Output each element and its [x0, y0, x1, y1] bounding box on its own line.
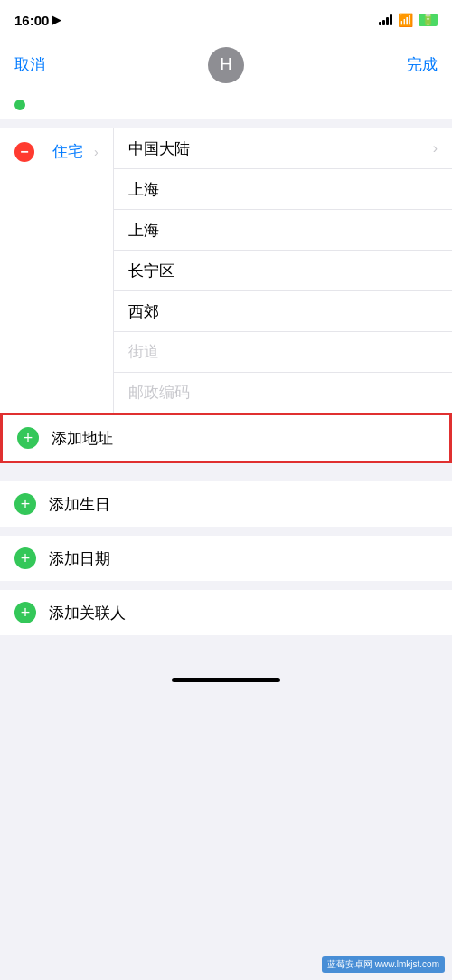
status-bar: 16:00 ▶ 📶 🔋: [0, 0, 452, 40]
street-detail-input[interactable]: [128, 343, 438, 361]
district-row: document.querySelector('[data-name="dist…: [114, 251, 452, 291]
street-placeholder-row: [114, 332, 452, 373]
add-birthday-label: 添加生日: [49, 494, 110, 515]
district-input[interactable]: [128, 262, 438, 280]
green-dot-indicator: [14, 100, 25, 110]
remove-address-button[interactable]: −: [14, 142, 34, 162]
city1-row: document.querySelector('[data-name="city…: [114, 169, 452, 210]
wifi-icon: 📶: [398, 13, 413, 27]
add-date-label: 添加日期: [49, 548, 110, 569]
address-label-column: − 住宅 ›: [0, 128, 114, 413]
section-gap-3: [0, 527, 452, 536]
section-gap-1: [0, 119, 452, 128]
city1-input[interactable]: [128, 180, 438, 198]
add-date-row[interactable]: + 添加日期: [0, 536, 452, 581]
address-label-chevron: ›: [94, 145, 99, 159]
country-input[interactable]: [128, 139, 429, 157]
top-partial-row: [0, 90, 452, 119]
country-row: › document.querySelector('[data-name="co…: [114, 128, 452, 169]
bottom-safe-area: [0, 635, 452, 690]
add-contact-row[interactable]: + 添加关联人: [0, 590, 452, 635]
address-fields: › document.querySelector('[data-name="co…: [114, 128, 452, 413]
add-address-icon: +: [17, 427, 39, 449]
city2-input[interactable]: [128, 221, 438, 239]
address-block: − 住宅 › › document.querySelector('[data-n…: [0, 128, 452, 413]
nav-bar: 取消 H 完成: [0, 40, 452, 90]
add-address-row[interactable]: + 添加地址: [3, 415, 449, 461]
home-indicator: [172, 678, 280, 682]
battery-icon: 🔋: [419, 14, 438, 26]
address-label[interactable]: 住宅: [52, 141, 83, 162]
street-input[interactable]: [128, 302, 438, 320]
add-contact-label: 添加关联人: [49, 603, 126, 623]
add-contact-icon: +: [14, 602, 36, 623]
add-birthday-section: + 添加生日: [0, 481, 452, 527]
street-row: document.querySelector('[data-name="stre…: [114, 291, 452, 332]
add-address-section-highlighted: + 添加地址: [0, 413, 452, 463]
section-gap-2: [0, 463, 452, 472]
cancel-button[interactable]: 取消: [14, 54, 45, 75]
done-button[interactable]: 完成: [407, 54, 438, 75]
postal-input[interactable]: [128, 384, 438, 402]
location-icon: ▶: [52, 14, 61, 26]
status-icons: 📶 🔋: [379, 13, 438, 27]
watermark: 蓝莓安卓网 www.lmkjst.com: [322, 956, 445, 973]
add-birthday-icon: +: [14, 493, 36, 515]
avatar: H: [208, 47, 244, 83]
add-date-section: + 添加日期: [0, 536, 452, 581]
add-contact-section: + 添加关联人: [0, 590, 452, 635]
status-time: 16:00 ▶: [14, 13, 61, 28]
address-block-inner: − 住宅 › › document.querySelector('[data-n…: [0, 128, 452, 413]
signal-icon: [379, 14, 392, 25]
add-date-icon: +: [14, 547, 36, 569]
add-address-label: 添加地址: [52, 428, 113, 449]
city2-row: document.querySelector('[data-name="city…: [114, 210, 452, 251]
add-birthday-row[interactable]: + 添加生日: [0, 481, 452, 527]
country-chevron: ›: [433, 140, 438, 157]
section-gap-4: [0, 581, 452, 590]
postal-row: [114, 373, 452, 413]
